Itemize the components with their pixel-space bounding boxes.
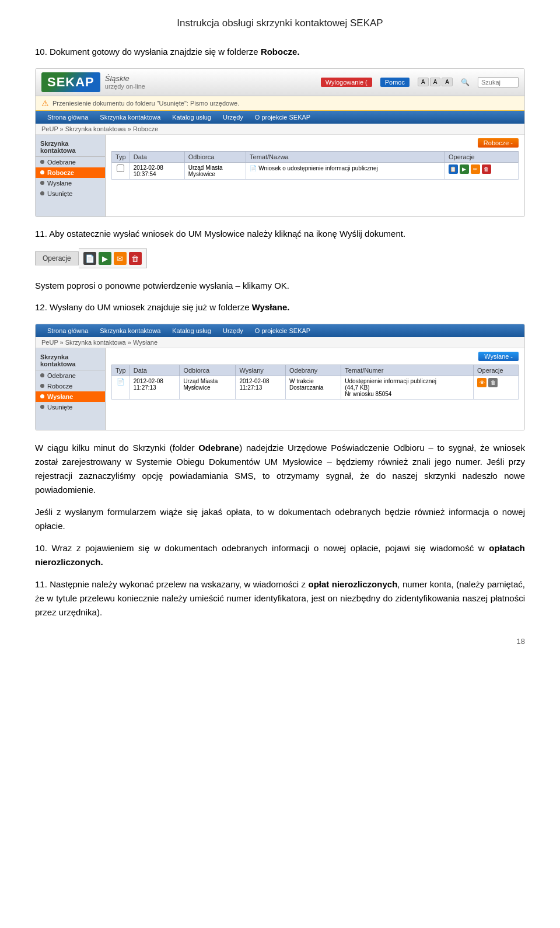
table-row: 2012-02-08 10:37:54 Urząd Miasta Mysłowi… <box>112 162 519 179</box>
col-data: Data <box>130 151 184 162</box>
sekap-logo: SEKAP <box>41 72 100 92</box>
col2-typ: Typ <box>112 365 130 376</box>
para1: W ciągu kilku minut do Skrzynki (folder … <box>35 441 525 497</box>
section12-heading: 12. Wysłany do UM wniosek znajduje się j… <box>35 301 525 314</box>
cell2-wyslany: 2012-02-08 11:27:13 <box>236 376 286 399</box>
nav2-katalog[interactable]: Katalog usług <box>166 324 217 337</box>
sidebar-dot <box>40 394 44 398</box>
cell-odbiorca: Urząd Miasta Mysłowice <box>184 162 246 179</box>
content-panel: Robocze - Typ Data Odbiorca Temat/Nazwa … <box>106 135 524 216</box>
edit-icon[interactable]: ✏ <box>471 164 480 174</box>
delete-icon[interactable]: 🗑 <box>482 164 491 174</box>
search-icon: 🔍 <box>461 78 470 86</box>
wyslane-table: Typ Data Odbiorca Wysłany Odebrany Temat… <box>111 365 519 400</box>
op-wyslij-icon[interactable]: ✉ <box>114 252 127 265</box>
sekap-main-content: Skrzynka kontaktowa Odebrane Robocze Wys… <box>36 135 524 216</box>
font-size-buttons: A A A <box>418 78 453 86</box>
del2-icon[interactable]: 🗑 <box>488 378 498 387</box>
nav-skrzynka[interactable]: Skrzynka kontaktowa <box>94 111 166 124</box>
sidebar-dot <box>40 170 44 174</box>
cell2-temat: Udostępnienie informacji publicznej (44,… <box>341 376 474 399</box>
cell2-odebrany: W trakcie Dostarczania <box>286 376 341 399</box>
folder-toolbar-2: Wysłane - <box>111 352 519 361</box>
main-nav-2: Strona główna Skrzynka kontaktowa Katalo… <box>36 324 524 337</box>
col-odbiorca: Odbiorca <box>184 151 246 162</box>
action-icons: 📋 ▶ ✏ 🗑 <box>449 164 514 174</box>
sidebar2-item-robocze[interactable]: Robocze <box>36 381 105 391</box>
system-confirm-text: System poprosi o ponowne potwierdzenie w… <box>35 279 525 293</box>
page-title: Instrukcja obsługi skrzynki kontaktowej … <box>35 17 525 29</box>
operacje-icons: 📄 ▶ ✉ 🗑 <box>79 248 147 268</box>
action-icons-2: 👁 🗑 <box>477 378 514 387</box>
font-a2-button[interactable]: A <box>430 78 441 86</box>
wylogowanie-button[interactable]: Wylogowanie ( <box>321 78 372 87</box>
sidebar-dot <box>40 191 44 195</box>
nav2-projekt[interactable]: O projekcie SEKAP <box>249 324 316 337</box>
sekap-subtitle: Śląskie urzędy on-line <box>105 74 145 90</box>
nav-katalog[interactable]: Katalog usług <box>166 111 217 124</box>
op-send-icon[interactable]: ▶ <box>99 252 111 265</box>
nav-strona-glowna[interactable]: Strona główna <box>41 111 94 124</box>
alert-text: Przeniesienie dokumentu do folderu "Usun… <box>52 100 239 107</box>
col-operacje: Operacje <box>444 151 518 162</box>
sidebar-dot <box>40 160 44 164</box>
op-delete-icon[interactable]: 🗑 <box>129 252 142 265</box>
robocze-button[interactable]: Robocze - <box>478 138 519 148</box>
nav2-skrzynka[interactable]: Skrzynka kontaktowa <box>94 324 166 337</box>
page-number: 18 <box>35 637 525 646</box>
section11-heading: 11. Aby ostatecznie wysłać wniosek do UM… <box>35 227 525 241</box>
sidebar-title: Skrzynka kontaktowa <box>36 138 105 157</box>
section11b: 11. Następnie należy wykonać przelew na … <box>35 577 525 619</box>
nav-projekt[interactable]: O projekcie SEKAP <box>249 111 316 124</box>
send-icon[interactable]: ▶ <box>460 164 469 174</box>
main-nav: Strona główna Skrzynka kontaktowa Katalo… <box>36 111 524 124</box>
slaskie-text: Śląskie <box>105 74 130 83</box>
sidebar-dot <box>40 384 44 388</box>
font-a3-button[interactable]: A <box>442 78 453 86</box>
sidebar2-item-wyslane[interactable]: Wysłane <box>36 391 105 402</box>
screenshot-wyslane: Strona główna Skrzynka kontaktowa Katalo… <box>35 324 525 430</box>
col2-data: Data <box>130 365 180 376</box>
sidebar-item-robocze[interactable]: Robocze <box>36 167 105 178</box>
col2-temat: Temat/Numer <box>341 365 474 376</box>
cell2-data: 2012-02-08 11:27:13 <box>130 376 180 399</box>
urzedy-text: urzędy on-line <box>105 83 145 90</box>
para2: Jeśli z wysłanym formularzem wiąże się j… <box>35 505 525 533</box>
cell2-operacje: 👁 🗑 <box>474 376 519 399</box>
folder-toolbar: Robocze - <box>111 138 519 148</box>
col2-operacje: Operacje <box>474 365 519 376</box>
sidebar-item-usuniete[interactable]: Usunięte <box>36 188 105 199</box>
wyslane-button[interactable]: Wysłane - <box>478 352 519 361</box>
sidebar-dot <box>40 405 44 409</box>
col2-wyslany: Wysłany <box>236 365 286 376</box>
nav-urzedy[interactable]: Urzędy <box>217 111 249 124</box>
breadcrumb: PeUP » Skrzynka kontaktowa » Robocze <box>36 124 524 135</box>
sidebar2-item-usuniete[interactable]: Usunięte <box>36 402 105 412</box>
cell2-typ: 📄 <box>112 376 130 399</box>
sidebar-item-odebrane[interactable]: Odebrane <box>36 157 105 167</box>
col-temat: Temat/Nazwa <box>246 151 445 162</box>
row-checkbox[interactable] <box>117 164 124 172</box>
font-a1-button[interactable]: A <box>418 78 429 86</box>
view2-icon[interactable]: 👁 <box>477 378 487 387</box>
table-row: 📄 2012-02-08 11:27:13 Urząd Miasta Mysło… <box>112 376 519 399</box>
op-view-icon[interactable]: 📄 <box>83 252 96 265</box>
nav2-strona[interactable]: Strona główna <box>41 324 94 337</box>
pomoc-button[interactable]: Pomoc <box>380 78 410 87</box>
sidebar2-item-odebrane[interactable]: Odebrane <box>36 370 105 381</box>
col2-odebrany: Odebrany <box>286 365 341 376</box>
sekap-header: SEKAP Śląskie urzędy on-line Wylogowanie… <box>36 69 524 96</box>
cell-operacje: 📋 ▶ ✏ 🗑 <box>444 162 518 179</box>
cell-data: 2012-02-08 10:37:54 <box>130 162 184 179</box>
temat-icon: 📄 <box>250 165 257 171</box>
col2-odbiorca: Odbiorca <box>180 365 236 376</box>
logo-area: SEKAP Śląskie urzędy on-line <box>41 72 145 92</box>
search-input[interactable] <box>478 77 519 87</box>
nav2-urzedy[interactable]: Urzędy <box>217 324 249 337</box>
cell-typ <box>112 162 130 179</box>
sidebar-title-2: Skrzynka kontaktowa <box>36 352 105 370</box>
sidebar-item-wyslane[interactable]: Wysłane <box>36 178 105 188</box>
view-icon[interactable]: 📋 <box>449 164 458 174</box>
sidebar-dot <box>40 181 44 185</box>
alert-bar: ⚠ Przeniesienie dokumentu do folderu "Us… <box>36 96 524 111</box>
